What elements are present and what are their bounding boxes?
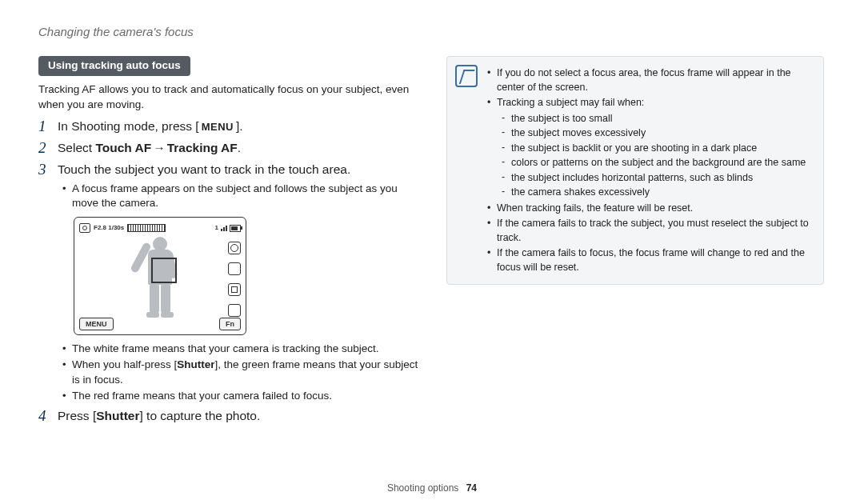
step-2-text-a: Select	[58, 141, 95, 154]
side-icon-1	[228, 242, 241, 254]
note-icon	[455, 65, 478, 87]
note-b2-text: Tracking a subject may fail when:	[497, 97, 644, 108]
step-2-end: .	[238, 141, 241, 154]
step-3-substeps-top: A focus frame appears on the subject and…	[58, 182, 422, 210]
step-list: In Shooting mode, press [MENU]. Select T…	[38, 118, 422, 425]
menu-button-label: MENU	[199, 120, 236, 134]
note-b2-sublist: the subject is too small the subject mov…	[500, 112, 812, 200]
note-b2-3: the subject is backlit or you are shooti…	[500, 142, 812, 156]
lcd-menu-button: MENU	[79, 318, 114, 330]
page-footer: Shooting options 74	[0, 482, 864, 494]
arrow-icon: →	[151, 140, 167, 157]
focus-frame	[151, 258, 177, 283]
step-3-sub2: The white frame means that your camera i…	[58, 342, 422, 356]
right-column: If you do not select a focus area, the f…	[446, 56, 824, 430]
step-4b: ] to capture the photo.	[139, 409, 260, 422]
note-b1: If you do not select a focus area, the f…	[486, 66, 812, 94]
two-column-layout: Using tracking auto focus Tracking AF al…	[38, 56, 826, 430]
step-3: Touch the subject you want to track in t…	[38, 162, 422, 403]
note-b2-5: the subject includes horizontal patterns…	[500, 171, 812, 186]
note-b2-2: the subject moves excessively	[500, 126, 812, 141]
touch-af-label: Touch AF	[95, 141, 151, 154]
note-b2-4: colors or patterns on the subject and th…	[500, 156, 812, 170]
lcd-fn-button: Fn	[219, 318, 241, 330]
note-b2-6: the camera shakes excessively	[500, 186, 812, 200]
storage-icon	[221, 225, 227, 231]
step-2: Select Touch AF → Tracking AF.	[38, 140, 422, 157]
note-b2-1: the subject is too small	[500, 112, 812, 126]
ev-scale-icon	[127, 224, 166, 232]
footer-section: Shooting options	[387, 482, 458, 494]
left-column: Using tracking auto focus Tracking AF al…	[38, 56, 422, 430]
note-callout: If you do not select a focus area, the f…	[446, 56, 824, 285]
shutter-label-1: Shutter	[177, 358, 214, 370]
battery-icon	[230, 225, 241, 232]
note-b5: If the camera fails to focus, the focus …	[486, 246, 812, 274]
lcd-bottombar: MENU Fn	[79, 318, 241, 330]
step-3-sub4: The red frame means that your camera fai…	[58, 389, 422, 403]
manual-page: Changing the camera's focus Using tracki…	[0, 0, 864, 504]
camera-lcd-illustration: F2.8 1/30s 1	[74, 217, 246, 335]
shutter-label-2: Shutter	[96, 409, 139, 422]
step-4: Press [Shutter] to capture the photo.	[38, 408, 422, 425]
lcd-topbar: F2.8 1/30s 1	[79, 222, 241, 234]
step-3-sub3a: When you half-press [	[72, 358, 177, 370]
step-3-sub1: A focus frame appears on the subject and…	[58, 182, 422, 210]
note-b4: If the camera fails to track the subject…	[486, 217, 812, 245]
note-bullets: If you do not select a focus area, the f…	[486, 66, 812, 274]
tracking-af-label: Tracking AF	[167, 141, 238, 154]
note-b2: Tracking a subject may fail when: the su…	[486, 96, 812, 200]
step-3-substeps-bottom: The white frame means that your camera i…	[58, 342, 422, 403]
camera-mode-icon	[79, 223, 90, 233]
footer-page-number: 74	[466, 482, 477, 494]
step-3-sub3: When you half-press [Shutter], the green…	[58, 358, 422, 386]
step-4a: Press [	[58, 409, 96, 422]
step-1: In Shooting mode, press [MENU].	[38, 118, 422, 135]
page-header-title: Changing the camera's focus	[38, 24, 826, 40]
note-b3: When tracking fails, the feature will be…	[486, 202, 812, 216]
section-intro-text: Tracking AF allows you to track and auto…	[38, 82, 422, 111]
step-1-text-b: ].	[236, 119, 243, 133]
lcd-side-icons	[228, 242, 241, 317]
side-icon-3	[228, 283, 241, 296]
exposure-readout: F2.8 1/30s	[94, 224, 124, 233]
section-heading-pill: Using tracking auto focus	[38, 56, 190, 76]
side-icon-2	[228, 262, 241, 275]
side-icon-4	[228, 304, 241, 317]
step-1-text-a: In Shooting mode, press [	[58, 119, 199, 133]
step-3-text: Touch the subject you want to track in t…	[58, 162, 350, 176]
shots-remaining: 1	[215, 224, 218, 233]
